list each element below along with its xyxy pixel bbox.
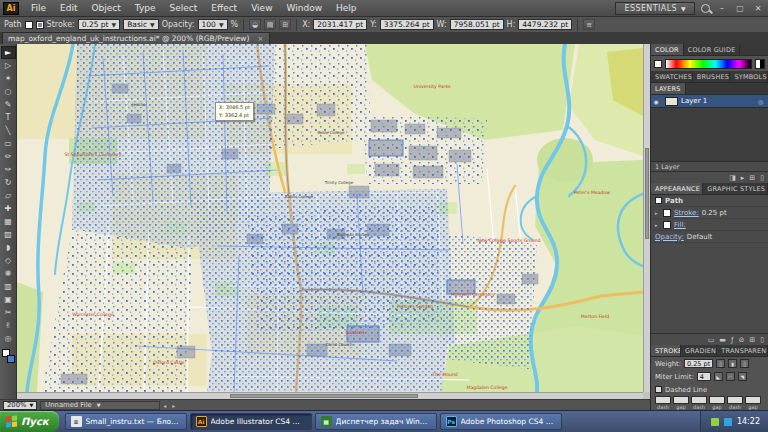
stroke-color-box[interactable] xyxy=(7,355,15,363)
layer-name[interactable]: Layer 1 xyxy=(681,97,758,105)
taskbar-item[interactable]: AiAdobe Illustrator CS4 ... xyxy=(190,413,312,430)
oxford-map-artwork[interactable]: St Sepulchre's CemeteryUniversity ParksP… xyxy=(17,44,643,392)
line-tool[interactable]: ╲ xyxy=(1,124,16,137)
opacity-link[interactable]: Opacity: xyxy=(655,233,684,241)
duplicate-item-icon[interactable]: ⊞ xyxy=(749,336,755,344)
fill-stroke-indicator[interactable] xyxy=(2,349,15,363)
butt-cap-icon[interactable]: ▯ xyxy=(716,359,725,368)
x-input[interactable]: 2031.417 pt xyxy=(313,19,367,30)
artboard-tool[interactable]: ▣ xyxy=(1,293,16,306)
new-effect-icon[interactable]: ƒ xyxy=(731,336,733,344)
tab-swatches[interactable]: SWATCHES xyxy=(651,71,693,82)
dash-input[interactable] xyxy=(655,396,671,404)
rotate-tool[interactable]: ↻ xyxy=(1,176,16,189)
tab-color[interactable]: COLOR xyxy=(651,44,684,55)
y-input[interactable]: 3375.264 pt xyxy=(380,19,434,30)
menu-object[interactable]: Object xyxy=(85,3,128,13)
appearance-item-row[interactable]: Path xyxy=(651,195,768,207)
hand-tool[interactable]: ✌ xyxy=(1,319,16,332)
menu-window[interactable]: Window xyxy=(280,3,330,13)
dash-input[interactable] xyxy=(709,396,725,404)
new-layer-icon[interactable]: ⊞ xyxy=(749,174,755,182)
clock[interactable]: 14:22 xyxy=(737,417,760,426)
horizontal-scrollbar[interactable] xyxy=(17,392,643,399)
dashed-line-checkbox[interactable] xyxy=(655,386,662,393)
stroke-link[interactable]: Stroke: xyxy=(674,209,699,217)
tab-appearance[interactable]: APPEARANCE xyxy=(651,183,703,194)
miter-limit-input[interactable]: 4 xyxy=(697,372,711,381)
tab-symbols[interactable]: SYMBOLS xyxy=(730,71,768,82)
vertical-scroll-thumb[interactable] xyxy=(645,148,649,238)
color-spectrum[interactable] xyxy=(665,59,752,69)
horizontal-scroll-thumb[interactable] xyxy=(230,394,418,398)
tab-brushes[interactable]: BRUSHES xyxy=(693,71,731,82)
workspace-switcher[interactable]: ESSENTIALS ▼ xyxy=(615,2,695,15)
round-join-icon[interactable]: ◠ xyxy=(726,372,735,381)
rectangle-tool[interactable]: ▭ xyxy=(1,137,16,150)
opacity-input[interactable]: 100▼ xyxy=(198,19,228,30)
slice-tool[interactable]: ✂ xyxy=(1,306,16,319)
minimize-button[interactable]: – xyxy=(716,4,728,13)
status-file-indicator[interactable]: Unnamed File▼ xyxy=(40,401,160,410)
menu-type[interactable]: Type xyxy=(128,3,163,13)
type-tool[interactable]: T xyxy=(1,111,16,124)
bevel-join-icon[interactable]: ◥ xyxy=(738,372,747,381)
direct-selection-tool[interactable]: ▷ xyxy=(1,59,16,72)
expand-icon[interactable]: ▸ xyxy=(655,210,660,216)
transform-icon[interactable]: ⊞ xyxy=(279,19,291,30)
menu-edit[interactable]: Edit xyxy=(53,3,84,13)
tab-transparency[interactable]: TRANSPARENCY xyxy=(717,345,768,356)
dash-input[interactable] xyxy=(727,396,743,404)
stroke-weight-dropdown[interactable]: 0.25 pt▼ xyxy=(78,19,120,30)
miter-join-icon[interactable]: ◣ xyxy=(714,372,723,381)
fill-swatch[interactable] xyxy=(25,21,33,29)
pen-tool[interactable]: ✎ xyxy=(1,98,16,111)
expand-icon[interactable]: ▸ xyxy=(655,222,660,228)
delete-layer-icon[interactable]: ▯ xyxy=(760,174,764,182)
appearance-opacity-row[interactable]: Opacity: Default xyxy=(651,231,768,243)
recolor-artwork-icon[interactable]: ◒ xyxy=(249,19,261,30)
zoom-tool[interactable]: ◎ xyxy=(1,332,16,345)
tab-layers[interactable]: LAYERS xyxy=(651,83,686,94)
stroke-chip[interactable] xyxy=(663,209,671,217)
close-button[interactable]: ✕ xyxy=(752,4,764,13)
mesh-tool[interactable]: ▦ xyxy=(1,215,16,228)
restore-button[interactable]: ▢ xyxy=(734,4,746,13)
gradient-tool[interactable]: ▧ xyxy=(1,228,16,241)
artboard-nav-arrows[interactable]: ◂ ▸ xyxy=(163,402,177,409)
panel-menu-icon[interactable]: ≡ xyxy=(583,19,595,30)
menu-select[interactable]: Select xyxy=(162,3,204,13)
menu-file[interactable]: File xyxy=(24,3,53,13)
visibility-eye-icon[interactable]: ◉ xyxy=(651,98,662,105)
delete-item-icon[interactable]: ▯ xyxy=(760,336,764,344)
color-fill-proxy[interactable] xyxy=(654,60,662,68)
taskbar-item[interactable]: ≡Small_instru.txt — Бло... xyxy=(65,413,187,430)
tab-gradient[interactable]: GRADIENT xyxy=(681,345,717,356)
tab-close-icon[interactable]: × xyxy=(257,35,263,43)
weight-input[interactable]: 0.25 pt xyxy=(684,359,713,368)
w-input[interactable]: 7958.051 pt xyxy=(450,19,504,30)
graph-tool[interactable]: ▥ xyxy=(1,280,16,293)
scale-tool[interactable]: ▱ xyxy=(1,189,16,202)
magic-wand-tool[interactable]: ✶ xyxy=(1,72,16,85)
width-tool[interactable]: ✚ xyxy=(1,202,16,215)
make-mask-icon[interactable]: ◨ xyxy=(729,174,736,182)
fill-link[interactable]: Fill: xyxy=(674,221,686,229)
tray-icon[interactable] xyxy=(724,418,732,426)
search-icon[interactable] xyxy=(701,4,710,13)
map-canvas[interactable]: St Sepulchre's CemeteryUniversity ParksP… xyxy=(17,44,650,399)
menu-view[interactable]: View xyxy=(244,3,279,13)
taskbar-item[interactable]: ▦Диспетчер задач Wind... xyxy=(315,413,437,430)
new-fill-icon[interactable]: ▬ xyxy=(719,336,726,344)
align-icon[interactable]: ▤ xyxy=(264,19,276,30)
paintbrush-tool[interactable]: ✏ xyxy=(1,150,16,163)
stroke-swatch[interactable] xyxy=(36,21,44,29)
illustrator-logo-icon[interactable]: Ai xyxy=(3,2,19,15)
vertical-scrollbar[interactable] xyxy=(643,44,650,392)
style-dropdown[interactable]: Basic▼ xyxy=(123,19,158,30)
layer-row[interactable]: ◉ Layer 1 ◎ xyxy=(651,95,768,108)
tab-graphic-styles[interactable]: GRAPHIC STYLES xyxy=(703,183,768,194)
blend-tool[interactable]: ◇ xyxy=(1,254,16,267)
dash-input[interactable] xyxy=(691,396,707,404)
tab-color-guide[interactable]: COLOR GUIDE xyxy=(684,44,741,55)
